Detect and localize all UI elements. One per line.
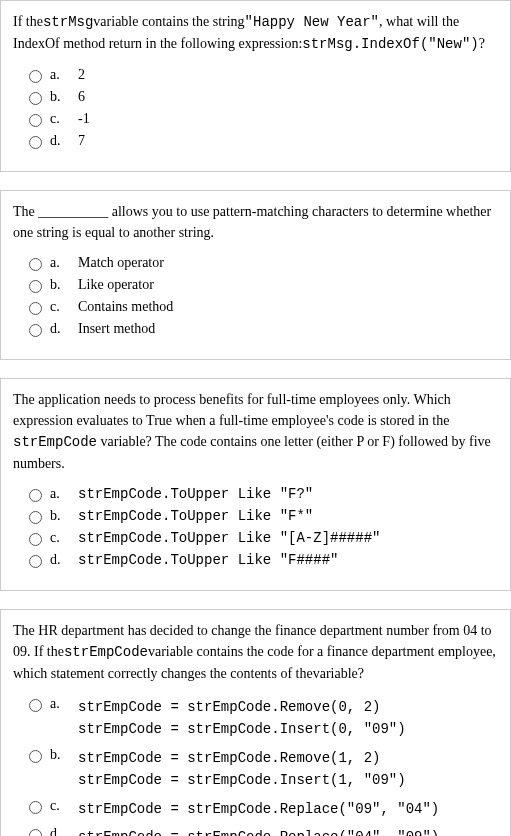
- question-3-options: a. strEmpCode.ToUpper Like "F?" b. strEm…: [29, 486, 498, 568]
- q1-option-a[interactable]: a. 2: [29, 67, 498, 83]
- option-line-2: strEmpCode = strEmpCode.Insert(1, "09"): [78, 769, 406, 791]
- question-4-options: a. strEmpCode = strEmpCode.Remove(0, 2) …: [29, 696, 498, 836]
- option-text: strEmpCode = strEmpCode.Remove(1, 2) str…: [78, 747, 406, 792]
- question-1-text: If thestrMsgvariable contains the string…: [13, 11, 498, 55]
- option-text: strEmpCode.ToUpper Like "F*": [78, 508, 313, 524]
- option-label: b.: [50, 747, 72, 763]
- radio-icon[interactable]: [29, 258, 42, 271]
- question-3-text: The application needs to process benefit…: [13, 389, 498, 474]
- option-text: strEmpCode.ToUpper Like "F####": [78, 552, 338, 568]
- question-4-text: The HR department has decided to change …: [13, 620, 498, 684]
- option-label: d.: [50, 552, 72, 568]
- q3-option-a[interactable]: a. strEmpCode.ToUpper Like "F?": [29, 486, 498, 502]
- q4-option-a[interactable]: a. strEmpCode = strEmpCode.Remove(0, 2) …: [29, 696, 498, 741]
- radio-icon[interactable]: [29, 114, 42, 127]
- radio-icon[interactable]: [29, 324, 42, 337]
- option-label: c.: [50, 798, 72, 814]
- radio-icon[interactable]: [29, 70, 42, 83]
- option-line-1: strEmpCode = strEmpCode.Remove(0, 2): [78, 696, 406, 718]
- radio-icon[interactable]: [29, 511, 42, 524]
- option-label: d.: [50, 133, 72, 149]
- option-label: b.: [50, 89, 72, 105]
- option-label: b.: [50, 277, 72, 293]
- option-line-1: strEmpCode = strEmpCode.Replace("04", "0…: [78, 826, 439, 836]
- radio-icon[interactable]: [29, 555, 42, 568]
- q4-option-d[interactable]: d. strEmpCode = strEmpCode.Replace("04",…: [29, 826, 498, 836]
- question-4: The HR department has decided to change …: [0, 609, 511, 836]
- option-text: strEmpCode.ToUpper Like "F?": [78, 486, 313, 502]
- radio-icon[interactable]: [29, 302, 42, 315]
- option-label: c.: [50, 111, 72, 127]
- question-2-text: The __________ allows you to use pattern…: [13, 201, 498, 243]
- q3-option-d[interactable]: d. strEmpCode.ToUpper Like "F####": [29, 552, 498, 568]
- radio-icon[interactable]: [29, 280, 42, 293]
- q4-option-b[interactable]: b. strEmpCode = strEmpCode.Remove(1, 2) …: [29, 747, 498, 792]
- radio-icon[interactable]: [29, 699, 42, 712]
- question-2: The __________ allows you to use pattern…: [0, 190, 511, 360]
- option-text: strEmpCode = strEmpCode.Remove(0, 2) str…: [78, 696, 406, 741]
- q2-option-c[interactable]: c. Contains method: [29, 299, 498, 315]
- q4-option-c[interactable]: c. strEmpCode = strEmpCode.Replace("09",…: [29, 798, 498, 820]
- option-text: Contains method: [78, 299, 173, 315]
- q3-option-c[interactable]: c. strEmpCode.ToUpper Like "[A-Z]#####": [29, 530, 498, 546]
- radio-icon[interactable]: [29, 489, 42, 502]
- q1-code2: "Happy New Year": [245, 14, 379, 30]
- radio-icon[interactable]: [29, 750, 42, 763]
- q1-option-b[interactable]: b. 6: [29, 89, 498, 105]
- question-1: If thestrMsgvariable contains the string…: [0, 0, 511, 172]
- option-label: a.: [50, 67, 72, 83]
- q3-text-pre: The application needs to process benefit…: [13, 392, 451, 428]
- q2-option-d[interactable]: d. Insert method: [29, 321, 498, 337]
- option-text: -1: [78, 111, 90, 127]
- option-label: d.: [50, 826, 72, 836]
- q2-option-b[interactable]: b. Like operator: [29, 277, 498, 293]
- radio-icon[interactable]: [29, 136, 42, 149]
- option-label: a.: [50, 696, 72, 712]
- option-text: Like operator: [78, 277, 154, 293]
- option-label: b.: [50, 508, 72, 524]
- q1-code1: strMsg: [43, 14, 93, 30]
- q1-text-end: ?: [479, 36, 485, 51]
- question-3: The application needs to process benefit…: [0, 378, 511, 591]
- q1-option-d[interactable]: d. 7: [29, 133, 498, 149]
- option-line-2: strEmpCode = strEmpCode.Insert(0, "09"): [78, 718, 406, 740]
- option-text: strEmpCode = strEmpCode.Replace("09", "0…: [78, 798, 439, 820]
- question-2-options: a. Match operator b. Like operator c. Co…: [29, 255, 498, 337]
- radio-icon[interactable]: [29, 92, 42, 105]
- q3-option-b[interactable]: b. strEmpCode.ToUpper Like "F*": [29, 508, 498, 524]
- option-line-1: strEmpCode = strEmpCode.Replace("09", "0…: [78, 798, 439, 820]
- option-label: a.: [50, 486, 72, 502]
- q1-text-pre: If the: [13, 14, 43, 29]
- q2-option-a[interactable]: a. Match operator: [29, 255, 498, 271]
- option-text: Match operator: [78, 255, 164, 271]
- radio-icon[interactable]: [29, 801, 42, 814]
- option-label: c.: [50, 530, 72, 546]
- option-label: c.: [50, 299, 72, 315]
- q1-code3: strMsg.IndexOf("New"): [302, 36, 478, 52]
- question-1-options: a. 2 b. 6 c. -1 d. 7: [29, 67, 498, 149]
- radio-icon[interactable]: [29, 829, 42, 836]
- option-text: strEmpCode.ToUpper Like "[A-Z]#####": [78, 530, 380, 546]
- option-line-1: strEmpCode = strEmpCode.Remove(1, 2): [78, 747, 406, 769]
- radio-icon[interactable]: [29, 533, 42, 546]
- q1-option-c[interactable]: c. -1: [29, 111, 498, 127]
- option-text: Insert method: [78, 321, 155, 337]
- option-text: strEmpCode = strEmpCode.Replace("04", "0…: [78, 826, 439, 836]
- q1-text-mid1: variable contains the string: [93, 14, 244, 29]
- q4-code1: strEmpCode: [64, 644, 148, 660]
- option-text: 6: [78, 89, 85, 105]
- option-text: 7: [78, 133, 85, 149]
- option-text: 2: [78, 67, 85, 83]
- option-label: d.: [50, 321, 72, 337]
- q3-code1: strEmpCode: [13, 434, 97, 450]
- option-label: a.: [50, 255, 72, 271]
